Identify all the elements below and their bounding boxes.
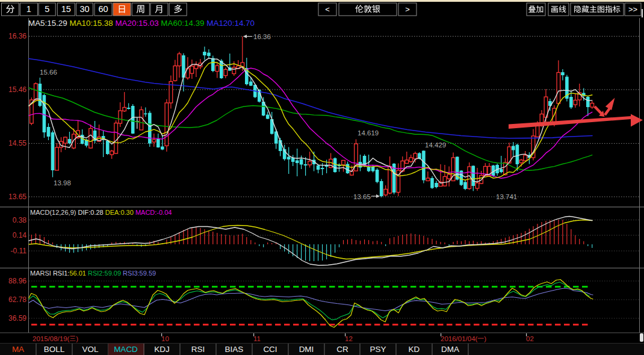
- svg-text:14.55: 14.55: [8, 139, 26, 147]
- svg-text:MA: MA: [12, 345, 24, 354]
- svg-text:0.14: 0.14: [13, 231, 27, 239]
- svg-text:30: 30: [79, 4, 89, 14]
- svg-text:14.429: 14.429: [425, 141, 446, 149]
- svg-text:KD: KD: [409, 345, 420, 354]
- svg-text:MARSI RSI1:56.01 RSI2:59.09 RS: MARSI RSI1:56.01 RSI2:59.09 RSI3:59.59: [30, 270, 156, 277]
- svg-text:1: 1: [26, 4, 31, 14]
- svg-text:13.98: 13.98: [54, 179, 71, 187]
- svg-text:BIAS: BIAS: [225, 345, 244, 354]
- svg-text:88.96: 88.96: [8, 277, 26, 285]
- svg-text:MA5:15.29 MA10:15.38 MA20:15.0: MA5:15.29 MA10:15.38 MA20:15.03 MA60:14.…: [28, 19, 255, 28]
- svg-text:): ): [76, 335, 78, 342]
- svg-text:>>: >>: [628, 5, 637, 14]
- svg-text:14.619: 14.619: [358, 129, 379, 137]
- svg-text:15.46: 15.46: [8, 85, 26, 94]
- svg-text:RSI: RSI: [191, 345, 205, 354]
- svg-text:02: 02: [526, 335, 534, 342]
- svg-text:<: <: [325, 5, 330, 14]
- svg-text:CCI: CCI: [263, 345, 277, 354]
- svg-text:-0.11: -0.11: [11, 247, 27, 255]
- svg-text:CR: CR: [336, 345, 348, 354]
- svg-text:15: 15: [61, 4, 71, 14]
- svg-text:0.38: 0.38: [13, 216, 27, 224]
- svg-text:16.36: 16.36: [8, 32, 26, 40]
- svg-text:11: 11: [253, 335, 261, 342]
- svg-text:10: 10: [161, 335, 169, 342]
- svg-text:62.78: 62.78: [8, 295, 26, 304]
- svg-text:): ): [484, 335, 486, 342]
- svg-text:13.65: 13.65: [353, 193, 371, 200]
- svg-text:>: >: [405, 5, 410, 14]
- svg-text:PSY: PSY: [370, 345, 386, 354]
- svg-text:KDJ: KDJ: [154, 345, 170, 354]
- svg-text:60: 60: [98, 4, 108, 14]
- svg-text:12: 12: [345, 335, 353, 342]
- svg-text:2016/01/04(: 2016/01/04(: [441, 335, 478, 342]
- svg-text:BOLL: BOLL: [44, 345, 65, 354]
- svg-text:13.741: 13.741: [496, 193, 517, 200]
- svg-text:DMI: DMI: [299, 345, 314, 354]
- svg-text:2015/08/19(: 2015/08/19(: [33, 335, 70, 342]
- svg-text:13.65: 13.65: [8, 193, 26, 201]
- svg-text:16.36: 16.36: [253, 33, 271, 40]
- svg-text:DMA: DMA: [441, 345, 459, 354]
- svg-text:5: 5: [45, 4, 49, 14]
- svg-text:MACD(12,26,9) DIF:0.28 DEA:0.3: MACD(12,26,9) DIF:0.28 DEA:0.30 MACD:-0.…: [30, 209, 172, 216]
- svg-text:36.59: 36.59: [8, 314, 26, 323]
- svg-text:VOL: VOL: [82, 345, 99, 354]
- svg-text:MACD: MACD: [114, 345, 138, 354]
- svg-text:15.66: 15.66: [40, 69, 57, 76]
